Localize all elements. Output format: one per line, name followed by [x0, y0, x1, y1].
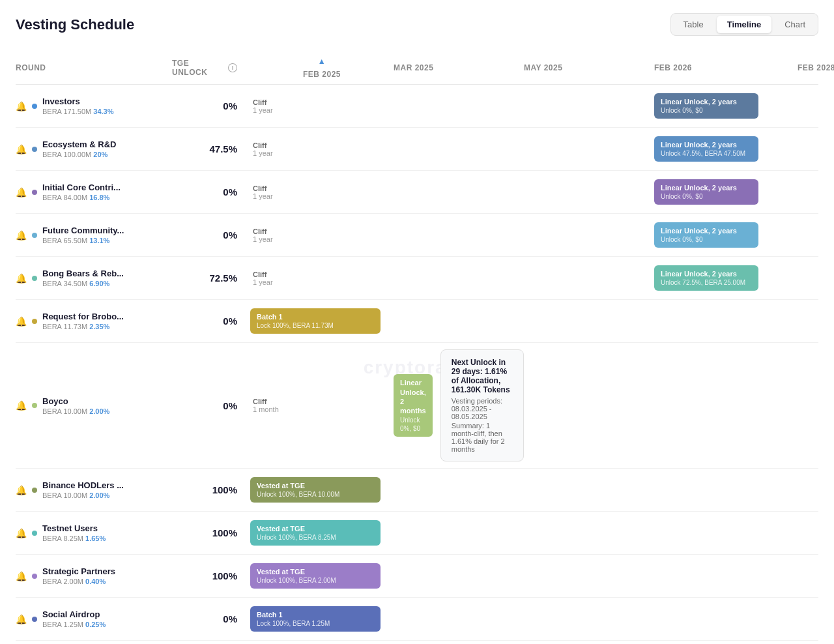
round-cell-bong-bears: 🔔 Bong Bears & Reb... BERA 34.50M 6.90%: [16, 269, 172, 287]
round-name: Ecosystem & R&D: [42, 139, 116, 149]
chart-view-button[interactable]: Chart: [774, 16, 816, 33]
feb26-cell-initial-core: Linear Unlock, 2 years Unlock 0%, $0: [654, 179, 798, 205]
cliff-indicator: Cliff 1 year: [250, 271, 273, 286]
tge-cell-request-brobo: 0%: [172, 315, 250, 327]
table-row: 🔔 Investors BERA 171.50M 34.3% 0% Cliff …: [16, 85, 818, 128]
content-area: cryptorank Round TGE Unlock i ▲ Feb 2025…: [16, 51, 818, 644]
timeline-bar[interactable]: Linear Unlock, 2 years Unlock 0%, $0: [654, 93, 758, 119]
round-dot: [32, 276, 37, 281]
feb26-cell-bong-bears: Linear Unlock, 2 years Unlock 72.5%, BER…: [654, 265, 798, 291]
table-row: 🔔 Bong Bears & Reb... BERA 34.50M 6.90% …: [16, 257, 818, 300]
round-dot: [32, 147, 37, 152]
round-cell-strategic-partners: 🔔 Strategic Partners BERA 2.00M 0.40%: [16, 566, 172, 585]
round-sub: BERA 10.00M 2.00%: [42, 491, 124, 499]
table-row: 🔔 Testnet Users BERA 8.25M 1.65% 100% Ve…: [16, 512, 818, 555]
tge-cell-binance-hodlers: 100%: [172, 484, 250, 495]
tge-cell-social-airdrop: 0%: [172, 613, 250, 624]
feb25-cell-boyco: Cliff 1 month: [250, 398, 394, 413]
tge-info-icon[interactable]: i: [228, 63, 237, 72]
feb25-cell-initial-core: Cliff 1 year: [250, 184, 394, 200]
round-name: Request for Brobo...: [42, 312, 124, 321]
table-row: 🔔 Request for Brobo... BERA 11.73M 2.35%…: [16, 300, 818, 343]
timeline-bar[interactable]: Linear Unlock, 2 years Unlock 72.5%, BER…: [654, 265, 758, 291]
round-name: Strategic Partners: [42, 566, 115, 576]
bell-icon[interactable]: 🔔: [16, 101, 27, 111]
round-info: Boyco BERA 10.00M 2.00%: [42, 396, 109, 415]
tge-cell-future-community: 0%: [172, 229, 250, 241]
round-name: Boyco: [42, 396, 109, 406]
tge-cell-boyco: 0%: [172, 400, 250, 411]
round-sub: BERA 171.50M 34.3%: [42, 108, 113, 115]
table-view-button[interactable]: Table: [673, 16, 714, 33]
col-round: Round: [16, 57, 172, 79]
table-row: 🔔 Future Community... BERA 65.50M 13.1% …: [16, 214, 818, 257]
timeline-bar[interactable]: Linear Unlock, 2 years Unlock 0%, $0: [654, 222, 758, 248]
bell-icon[interactable]: 🔔: [16, 273, 27, 284]
tge-cell-strategic-partners: 100%: [172, 570, 250, 581]
bell-icon[interactable]: 🔔: [16, 316, 27, 327]
round-dot: [32, 190, 37, 195]
table-row: 🔔 Binance HODLers ... BERA 10.00M 2.00% …: [16, 469, 818, 512]
round-dot: [32, 531, 37, 536]
cliff-indicator: Cliff 1 year: [250, 184, 273, 200]
round-cell-ecosystem-rd: 🔔 Ecosystem & R&D BERA 100.00M 20%: [16, 139, 172, 158]
bell-icon[interactable]: 🔔: [16, 187, 27, 198]
feb25-cell-future-community: Cliff 1 year: [250, 227, 394, 243]
timeline-bar[interactable]: Linear Unlock, 2 years Unlock 0%, $0: [654, 179, 758, 205]
col-feb2025: ▲ Feb 2025: [250, 57, 394, 79]
timeline-bar[interactable]: Vested at TGE Unlock 100%, BERA 2.00M: [250, 563, 381, 589]
cliff-indicator: Cliff 1 month: [250, 398, 279, 413]
round-sub: BERA 11.73M 2.35%: [42, 323, 124, 330]
rows-container: 🔔 Investors BERA 171.50M 34.3% 0% Cliff …: [16, 85, 818, 644]
round-info: Binance HODLers ... BERA 10.00M 2.00%: [42, 480, 124, 499]
page-header: Vesting Schedule Table Timeline Chart: [16, 13, 818, 36]
round-cell-binance-hodlers: 🔔 Binance HODLers ... BERA 10.00M 2.00%: [16, 480, 172, 499]
bell-icon[interactable]: 🔔: [16, 614, 27, 624]
bell-icon[interactable]: 🔔: [16, 485, 27, 495]
round-info: Request for Brobo... BERA 11.73M 2.35%: [42, 312, 124, 330]
timeline-bar[interactable]: Vested at TGE Unlock 100%, BERA 10.00M: [250, 477, 381, 503]
round-info: Initial Core Contri... BERA 84.00M 16.8%: [42, 183, 121, 201]
round-sub: BERA 65.50M 13.1%: [42, 237, 124, 244]
feb25-cell-investors: Cliff 1 year: [250, 98, 394, 114]
feb26-cell-investors: Linear Unlock, 2 years Unlock 0%, $0: [654, 93, 798, 119]
timeline-bar[interactable]: Vested at TGE Unlock 100%, BERA 8.25M: [250, 520, 381, 546]
timeline-bar[interactable]: Linear Unlock, 2 years Unlock 47.5%, BER…: [654, 136, 758, 162]
timeline-bar[interactable]: Linear Unlock, 2 months Unlock 0%, $0: [394, 374, 433, 436]
tge-cell-investors: 0%: [172, 100, 250, 111]
round-cell-future-community: 🔔 Future Community... BERA 65.50M 13.1%: [16, 226, 172, 244]
table-row: 🔔 Ecosystem NFTs BERA 1.25M 0.25% 100% V…: [16, 641, 818, 644]
round-dot: [32, 319, 37, 324]
feb25-cell-request-brobo: Batch 1 Lock 100%, BERA 11.73M: [250, 308, 394, 334]
unlock-tooltip: Next Unlock in 29 days: 1.61% of Allocat…: [440, 349, 524, 461]
table-row: 🔔 Social Airdrop BERA 1.25M 0.25% 0% Bat…: [16, 598, 818, 641]
round-name: Investors: [42, 96, 113, 106]
feb26-cell-future-community: Linear Unlock, 2 years Unlock 0%, $0: [654, 222, 798, 248]
bell-icon[interactable]: 🔔: [16, 528, 27, 538]
round-name: Binance HODLers ...: [42, 480, 124, 490]
round-sub: BERA 10.00M 2.00%: [42, 407, 109, 415]
round-cell-boyco: 🔔 Boyco BERA 10.00M 2.00%: [16, 396, 172, 415]
bell-icon[interactable]: 🔔: [16, 571, 27, 581]
page-title: Vesting Schedule: [16, 16, 134, 33]
timeline-bar[interactable]: Batch 1 Lock 100%, BERA 1.25M: [250, 606, 381, 632]
feb26-cell-ecosystem-rd: Linear Unlock, 2 years Unlock 47.5%, BER…: [654, 136, 798, 162]
round-cell-request-brobo: 🔔 Request for Brobo... BERA 11.73M 2.35%: [16, 312, 172, 330]
col-tge: TGE Unlock i: [172, 57, 250, 79]
round-sub: BERA 34.50M 6.90%: [42, 280, 124, 287]
mar25-cell-boyco: Linear Unlock, 2 months Unlock 0%, $0 Ne…: [394, 349, 524, 461]
round-dot: [32, 403, 37, 408]
round-dot: [32, 233, 37, 238]
timeline-view-button[interactable]: Timeline: [717, 16, 772, 33]
bell-icon[interactable]: 🔔: [16, 400, 27, 411]
table-row: 🔔 Strategic Partners BERA 2.00M 0.40% 10…: [16, 555, 818, 598]
round-cell-testnet-users: 🔔 Testnet Users BERA 8.25M 1.65%: [16, 523, 172, 542]
bell-icon[interactable]: 🔔: [16, 144, 27, 154]
table-header: Round TGE Unlock i ▲ Feb 2025 Mar 2025 M…: [16, 51, 818, 85]
table-row: 🔔 Ecosystem & R&D BERA 100.00M 20% 47.5%…: [16, 128, 818, 171]
round-info: Social Airdrop BERA 1.25M 0.25%: [42, 609, 106, 628]
timeline-bar[interactable]: Batch 1 Lock 100%, BERA 11.73M: [250, 308, 381, 334]
bell-icon[interactable]: 🔔: [16, 230, 27, 241]
table-row: 🔔 Initial Core Contri... BERA 84.00M 16.…: [16, 171, 818, 214]
round-cell-initial-core: 🔔 Initial Core Contri... BERA 84.00M 16.…: [16, 183, 172, 201]
